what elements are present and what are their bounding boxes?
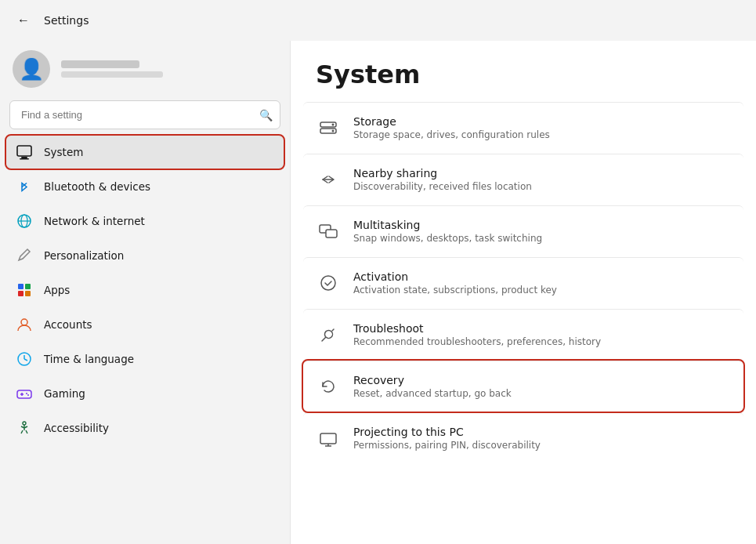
settings-item-desc-nearby-sharing: Discoverability, received files location — [353, 181, 532, 192]
settings-item-title-storage: Storage — [353, 115, 550, 128]
svg-rect-2 — [20, 158, 29, 160]
sidebar-item-network[interactable]: Network & internet — [6, 205, 284, 238]
sidebar-item-label-system: System — [44, 146, 83, 158]
sidebar-item-label-time: Time & language — [44, 353, 134, 365]
svg-rect-14 — [17, 390, 31, 398]
projecting-icon — [316, 426, 341, 451]
svg-point-23 — [332, 124, 335, 126]
sidebar-item-label-personalization: Personalization — [44, 249, 124, 262]
sidebar-item-accounts[interactable]: Accounts — [6, 308, 284, 341]
nearby-sharing-icon — [316, 167, 341, 192]
search-input[interactable] — [9, 100, 280, 129]
multitasking-icon — [316, 219, 341, 244]
search-container: 🔍 — [9, 100, 280, 129]
svg-point-18 — [27, 394, 29, 396]
svg-rect-26 — [326, 230, 337, 238]
content-title: System — [291, 41, 756, 102]
sidebar-item-system[interactable]: System — [6, 136, 284, 169]
profile-email-placeholder — [61, 71, 163, 78]
settings-item-title-multitasking: Multitasking — [353, 219, 542, 231]
svg-rect-7 — [25, 284, 31, 289]
svg-point-24 — [332, 130, 335, 132]
avatar: 👤 — [13, 50, 50, 88]
settings-item-troubleshoot[interactable]: Troubleshoot Recommended troubleshooters… — [303, 309, 743, 360]
sidebar-item-time[interactable]: Time & language — [6, 343, 284, 375]
back-button[interactable]: ← — [13, 9, 34, 31]
sidebar: 👤 🔍 System Bluetooth & devices Network &… — [0, 41, 290, 544]
settings-item-text-storage: Storage Storage space, drives, configura… — [353, 115, 550, 140]
activation-icon — [316, 270, 341, 296]
settings-item-multitasking[interactable]: Multitasking Snap windows, desktops, tas… — [303, 205, 743, 256]
search-icon-button[interactable]: 🔍 — [259, 109, 273, 121]
settings-item-text-multitasking: Multitasking Snap windows, desktops, tas… — [353, 219, 542, 244]
sidebar-item-label-network: Network & internet — [44, 215, 145, 227]
bluetooth-icon — [16, 178, 33, 195]
app-title: Settings — [44, 14, 89, 27]
settings-item-projecting[interactable]: Projecting to this PC Permissions, pairi… — [303, 412, 743, 463]
sidebar-item-bluetooth[interactable]: Bluetooth & devices — [6, 170, 284, 203]
settings-item-title-troubleshoot: Troubleshoot — [353, 322, 601, 335]
svg-point-17 — [26, 393, 27, 394]
settings-item-title-nearby-sharing: Nearby sharing — [353, 167, 532, 180]
profile-section[interactable]: 👤 — [6, 41, 284, 100]
search-icon: 🔍 — [259, 109, 273, 121]
settings-item-text-recovery: Recovery Reset, advanced startup, go bac… — [353, 374, 512, 399]
settings-item-title-recovery: Recovery — [353, 374, 512, 386]
accessibility-icon — [16, 419, 33, 437]
settings-item-desc-recovery: Reset, advanced startup, go back — [353, 388, 512, 399]
settings-item-text-nearby-sharing: Nearby sharing Discoverability, received… — [353, 167, 532, 192]
sidebar-item-personalization[interactable]: Personalization — [6, 239, 284, 272]
system-icon — [16, 143, 33, 161]
settings-item-nearby-sharing[interactable]: Nearby sharing Discoverability, received… — [303, 154, 743, 205]
title-bar: ← Settings — [0, 0, 756, 41]
svg-point-27 — [321, 276, 335, 290]
svg-line-13 — [24, 359, 27, 361]
svg-rect-0 — [17, 146, 31, 156]
settings-item-text-activation: Activation Activation state, subscriptio… — [353, 270, 557, 296]
settings-item-activation[interactable]: Activation Activation state, subscriptio… — [303, 257, 743, 308]
sidebar-item-label-accessibility: Accessibility — [44, 422, 109, 434]
storage-icon — [316, 115, 341, 140]
settings-item-desc-storage: Storage space, drives, configuration rul… — [353, 129, 550, 140]
svg-rect-28 — [320, 433, 336, 444]
settings-item-text-projecting: Projecting to this PC Permissions, pairi… — [353, 426, 541, 451]
settings-item-desc-activation: Activation state, subscriptions, product… — [353, 285, 557, 296]
accounts-icon — [16, 316, 33, 333]
network-icon — [16, 212, 33, 230]
content-area: System Storage Storage space, drives, co… — [290, 41, 756, 544]
settings-item-title-projecting: Projecting to this PC — [353, 426, 541, 438]
personalization-icon — [16, 247, 33, 264]
settings-item-title-activation: Activation — [353, 270, 557, 283]
settings-item-desc-troubleshoot: Recommended troubleshooters, preferences… — [353, 336, 601, 347]
sidebar-item-label-accounts: Accounts — [44, 318, 92, 331]
sidebar-item-accessibility[interactable]: Accessibility — [6, 412, 284, 444]
sidebar-item-label-apps: Apps — [44, 284, 70, 296]
time-icon — [16, 350, 33, 368]
recovery-icon — [316, 374, 341, 399]
sidebar-item-gaming[interactable]: Gaming — [6, 377, 284, 410]
settings-item-desc-projecting: Permissions, pairing PIN, discoverabilit… — [353, 440, 541, 451]
settings-item-desc-multitasking: Snap windows, desktops, task switching — [353, 233, 542, 244]
profile-info — [61, 60, 163, 78]
main-layout: 👤 🔍 System Bluetooth & devices Network &… — [0, 41, 756, 544]
settings-item-storage[interactable]: Storage Storage space, drives, configura… — [303, 102, 743, 153]
troubleshoot-icon — [316, 322, 341, 347]
settings-item-recovery[interactable]: Recovery Reset, advanced startup, go bac… — [303, 361, 743, 412]
svg-rect-8 — [18, 291, 24, 296]
sidebar-item-label-gaming: Gaming — [44, 387, 85, 400]
user-icon: 👤 — [19, 57, 44, 81]
profile-name-placeholder — [61, 60, 139, 68]
svg-rect-1 — [21, 157, 27, 158]
svg-point-10 — [21, 319, 27, 325]
sidebar-item-label-bluetooth: Bluetooth & devices — [44, 180, 150, 193]
svg-rect-6 — [18, 284, 24, 289]
svg-point-19 — [23, 422, 26, 425]
gaming-icon — [16, 385, 33, 402]
settings-item-text-troubleshoot: Troubleshoot Recommended troubleshooters… — [353, 322, 601, 347]
svg-rect-9 — [25, 291, 31, 296]
sidebar-item-apps[interactable]: Apps — [6, 274, 284, 306]
apps-icon — [16, 281, 33, 299]
settings-list: Storage Storage space, drives, configura… — [291, 102, 756, 463]
nav-list: System Bluetooth & devices Network & int… — [6, 136, 284, 446]
